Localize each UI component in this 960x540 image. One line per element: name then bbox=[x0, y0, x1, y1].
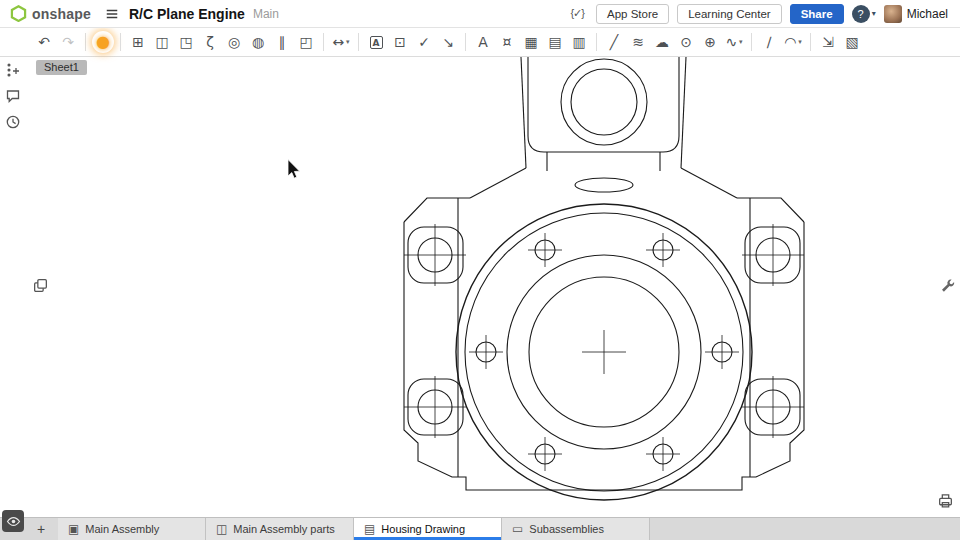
parts-icon: ◫ bbox=[216, 522, 227, 536]
detail-view-icon[interactable]: ◎ bbox=[223, 31, 245, 53]
break-view-icon[interactable]: ∥ bbox=[271, 31, 293, 53]
add-tab-button[interactable]: + bbox=[30, 518, 52, 540]
auxiliary-view-icon[interactable]: ◳ bbox=[175, 31, 197, 53]
follow-view-button[interactable] bbox=[2, 510, 24, 532]
insert-item-icon[interactable] bbox=[3, 60, 23, 80]
insert-image-icon[interactable]: ▧ bbox=[841, 31, 863, 53]
drawing-view-front[interactable] bbox=[26, 57, 960, 517]
text-icon[interactable]: A bbox=[472, 31, 494, 53]
tab-label: Main Assembly parts bbox=[233, 523, 334, 535]
bom-table-icon[interactable]: ▤ bbox=[544, 31, 566, 53]
insert-view-icon[interactable]: ⊞ bbox=[127, 31, 149, 53]
insert-view-glyph: ⊞ bbox=[132, 31, 144, 53]
broken-out-section-glyph: ◍ bbox=[252, 31, 264, 53]
table-icon[interactable]: ▦ bbox=[520, 31, 542, 53]
callout-glyph: ⊡ bbox=[394, 31, 406, 53]
auxiliary-view-glyph: ◳ bbox=[179, 31, 192, 53]
redo-icon: ↷ bbox=[57, 31, 79, 53]
spline-caret-icon[interactable]: ▾ bbox=[739, 38, 743, 46]
tutorial-ping-icon[interactable]: ● bbox=[92, 31, 114, 53]
drawing-icon: ▤ bbox=[364, 522, 375, 536]
drawing-canvas[interactable]: Sheet1 bbox=[26, 57, 960, 517]
center-marks bbox=[404, 224, 804, 471]
print-icon[interactable] bbox=[937, 492, 954, 513]
sheet-tab[interactable]: Sheet1 bbox=[36, 60, 87, 75]
toolbar-divider bbox=[810, 33, 811, 51]
help-button[interactable]: ? bbox=[852, 5, 870, 23]
multiline-icon[interactable]: ≋ bbox=[627, 31, 649, 53]
folder-icon: ▭ bbox=[512, 522, 523, 536]
toolbar-divider bbox=[465, 33, 466, 51]
history-icon[interactable] bbox=[3, 112, 23, 132]
tasks-icon[interactable]: {✓} bbox=[570, 7, 584, 20]
user-name: Michael bbox=[907, 7, 948, 21]
assembly-icon: ▣ bbox=[68, 522, 79, 536]
line-icon[interactable]: ╱ bbox=[603, 31, 625, 53]
sketch-arc-icon[interactable]: ◠▾ bbox=[782, 31, 804, 53]
document-title: R/C Plane Engine bbox=[129, 6, 245, 22]
bom-table-glyph: ▤ bbox=[548, 31, 561, 53]
toolbar-divider bbox=[120, 33, 121, 51]
note-glyph: A bbox=[370, 36, 383, 49]
multiline-glyph: ≋ bbox=[632, 31, 644, 53]
revision-cloud-icon[interactable]: ☁ bbox=[651, 31, 673, 53]
sketch-arc-caret-icon[interactable]: ▾ bbox=[798, 38, 802, 46]
top-bar: onshape R/C Plane Engine Main {✓} App St… bbox=[0, 0, 960, 28]
tab-main-assembly[interactable]: ▣Main Assembly bbox=[58, 518, 206, 540]
tab-housing-drawing[interactable]: ▤Housing Drawing bbox=[354, 518, 502, 540]
section-view-icon[interactable]: ζ bbox=[199, 31, 221, 53]
tab-label: Subassemblies bbox=[529, 523, 604, 535]
callout-icon[interactable]: ⊡ bbox=[389, 31, 411, 53]
tab-label: Housing Drawing bbox=[381, 523, 465, 535]
detail-view-glyph: ◎ bbox=[228, 31, 240, 53]
export-icon[interactable]: ⇲ bbox=[817, 31, 839, 53]
center-mark-icon[interactable]: ⊙ bbox=[675, 31, 697, 53]
toolbar-items: ↶↷●⊞◫◳ζ◎◍∥◰↔▾A⊡✓↘A¤▦▤▥╱≋☁⊙⊕∿▾∕◠▾⇲▧ bbox=[32, 31, 864, 53]
dimension-icon[interactable]: ↔▾ bbox=[330, 31, 352, 53]
center-mark-glyph: ⊙ bbox=[680, 31, 692, 53]
adjust-tools-icon[interactable] bbox=[939, 277, 955, 297]
hole-table-icon[interactable]: ▥ bbox=[568, 31, 590, 53]
sketch-line-icon[interactable]: ∕ bbox=[758, 31, 780, 53]
broken-out-section-icon[interactable]: ◍ bbox=[247, 31, 269, 53]
sheet-overlay-icon[interactable] bbox=[32, 277, 49, 298]
share-button[interactable]: Share bbox=[790, 4, 844, 24]
crop-view-icon[interactable]: ◰ bbox=[295, 31, 317, 53]
revision-cloud-glyph: ☁ bbox=[655, 31, 669, 53]
find-icon[interactable]: ¤ bbox=[496, 31, 518, 53]
app-store-button[interactable]: App Store bbox=[596, 4, 669, 24]
onshape-logo-icon[interactable] bbox=[10, 5, 27, 22]
learning-center-button[interactable]: Learning Center bbox=[677, 4, 781, 24]
housing-outline bbox=[404, 57, 804, 500]
weld-symbol-icon[interactable]: ↘ bbox=[437, 31, 459, 53]
help-caret-icon[interactable]: ▾ bbox=[872, 9, 876, 18]
spline-glyph: ∿ bbox=[725, 31, 737, 53]
document-menu-icon[interactable] bbox=[105, 7, 119, 21]
table-glyph: ▦ bbox=[524, 31, 537, 53]
mouse-cursor bbox=[288, 160, 300, 179]
tab-subassemblies[interactable]: ▭Subassemblies bbox=[502, 518, 650, 540]
toolbar-divider bbox=[596, 33, 597, 51]
sketch-line-glyph: ∕ bbox=[767, 31, 772, 53]
projected-view-icon[interactable]: ◫ bbox=[151, 31, 173, 53]
toolbar-divider bbox=[85, 33, 86, 51]
find-glyph: ¤ bbox=[503, 31, 512, 53]
dimension-caret-icon[interactable]: ▾ bbox=[346, 38, 350, 46]
avatar[interactable] bbox=[884, 5, 902, 23]
text-glyph: A bbox=[478, 31, 488, 53]
tab-main-assembly-parts[interactable]: ◫Main Assembly parts bbox=[206, 518, 354, 540]
note-icon[interactable]: A bbox=[365, 31, 387, 53]
spline-icon[interactable]: ∿▾ bbox=[723, 31, 745, 53]
onshape-wordmark: onshape bbox=[32, 6, 91, 22]
tutorial-ping-glyph: ● bbox=[96, 31, 110, 53]
comments-icon[interactable] bbox=[3, 86, 23, 106]
surface-finish-glyph: ✓ bbox=[418, 31, 430, 53]
crop-view-glyph: ◰ bbox=[299, 31, 312, 53]
surface-finish-icon[interactable]: ✓ bbox=[413, 31, 435, 53]
redo-glyph: ↷ bbox=[62, 31, 74, 53]
centerline-icon[interactable]: ⊕ bbox=[699, 31, 721, 53]
sketch-arc-glyph: ◠ bbox=[784, 31, 796, 53]
undo-icon[interactable]: ↶ bbox=[33, 31, 55, 53]
drawing-toolbar: ↶↷●⊞◫◳ζ◎◍∥◰↔▾A⊡✓↘A¤▦▤▥╱≋☁⊙⊕∿▾∕◠▾⇲▧ bbox=[0, 28, 960, 57]
carburetor-neck bbox=[470, 57, 737, 198]
